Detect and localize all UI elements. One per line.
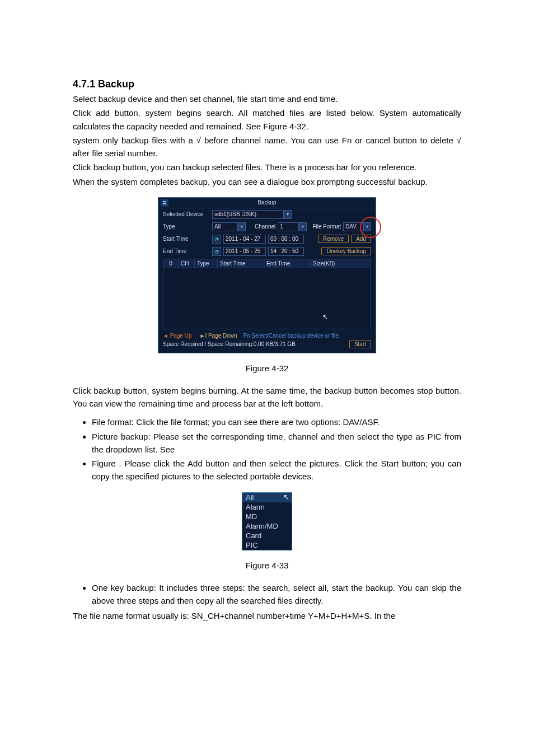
figure-4-33: ↖ All Alarm MD Alarm/MD Card PIC <box>73 492 461 550</box>
cursor-icon: ↖ <box>283 493 289 501</box>
dialog-title-bar: Backup <box>158 198 376 208</box>
onekey-backup-button[interactable]: Onekey Backup <box>321 247 371 255</box>
dropdown-option-pic[interactable]: PIC <box>242 540 292 550</box>
annotation-circle <box>360 217 381 238</box>
calendar-icon[interactable]: ◔ <box>212 235 221 244</box>
calendar-icon[interactable]: ◔ <box>212 247 221 256</box>
start-time-field[interactable]: 00 : 00 : 00 <box>268 235 304 244</box>
file-list-body[interactable]: ↖ <box>163 268 371 329</box>
end-time-field[interactable]: 14 : 20 : 50 <box>268 247 304 256</box>
paragraph: system only backup files with a √ before… <box>73 134 461 160</box>
file-list-header: 0 CH Type Start Time End Time Size(KB) <box>163 259 371 268</box>
fn-hint: Fn Select/Cancel backup device or file. <box>243 333 340 339</box>
pagination-row: ◄ Page Up ►I Page Down Fn Select/Cancel … <box>158 329 376 340</box>
dropdown-option-alarm-md[interactable]: Alarm/MD <box>242 521 292 531</box>
dropdown-option-md[interactable]: MD <box>242 512 292 521</box>
figure-caption-4-33: Figure 4-33 <box>73 561 461 570</box>
paragraph: Click add button, system begins search. … <box>73 106 461 133</box>
start-button[interactable]: Start <box>349 340 371 348</box>
type-dropdown[interactable]: All <box>212 222 238 231</box>
paragraph: Click backup button, system begins burni… <box>73 384 461 410</box>
paragraph: Select backup device and then set channe… <box>73 92 461 105</box>
type-dropdown-expanded[interactable]: ↖ All Alarm MD Alarm/MD Card PIC <box>242 492 292 550</box>
remove-button[interactable]: Remove <box>318 235 349 243</box>
page-up-button[interactable]: ◄ Page Up <box>163 333 192 339</box>
chevron-down-icon[interactable]: ▾ <box>284 210 292 219</box>
figure-caption-4-32: Figure 4-32 <box>73 363 461 373</box>
type-label: Type <box>163 223 210 230</box>
backup-icon <box>161 199 168 207</box>
dropdown-option-card[interactable]: Card <box>242 531 292 540</box>
col-size: Size(KB) <box>311 259 371 268</box>
start-date-field[interactable]: 2011 - 04 - 27 <box>223 235 266 244</box>
col-index: 0 <box>163 259 179 268</box>
bullet-item: Figure . Please click the Add button and… <box>92 457 461 483</box>
dialog-title: Backup <box>257 199 276 206</box>
cursor-icon: ↖ <box>322 313 328 321</box>
backup-dialog: Backup Selected Device sdb1(USB DISK) ▾ … <box>158 197 376 353</box>
end-time-label: End Time <box>163 248 210 254</box>
col-start: Start Time <box>218 259 264 268</box>
page-down-button[interactable]: ►I Page Down <box>200 333 237 339</box>
file-format-label: File Format <box>312 223 341 230</box>
bullet-item: File format: Click the file format; you … <box>92 416 461 428</box>
col-ch: CH <box>179 259 195 268</box>
bullet-item: One key backup: It includes three steps:… <box>92 581 461 608</box>
chevron-down-icon[interactable]: ▾ <box>238 222 246 231</box>
selected-device-dropdown[interactable]: sdb1(USB DISK) <box>212 210 284 219</box>
end-date-field[interactable]: 2011 - 05 - 25 <box>223 247 266 256</box>
figure-4-32: Backup Selected Device sdb1(USB DISK) ▾ … <box>73 197 461 353</box>
selected-device-label: Selected Device <box>163 211 210 217</box>
chevron-down-icon[interactable]: ▾ <box>299 222 307 231</box>
channel-label: Channel <box>255 223 275 230</box>
paragraph: The file name format usually is: SN_CH+c… <box>73 609 461 622</box>
dropdown-option-alarm[interactable]: Alarm <box>242 502 292 512</box>
paragraph: When the system completes backup, you ca… <box>73 175 461 188</box>
channel-dropdown[interactable]: 1 <box>278 222 299 231</box>
space-status: Space Required / Space Remaining:0.00 KB… <box>163 341 296 347</box>
paragraph: Click backup button, you can backup sele… <box>73 161 461 174</box>
section-heading: 4.7.1 Backup <box>73 78 461 90</box>
bullet-item: Picture backup: Please set the correspon… <box>92 430 461 456</box>
col-type: Type <box>195 259 218 268</box>
start-time-label: Start Time <box>163 236 210 242</box>
col-end: End Time <box>264 259 311 268</box>
